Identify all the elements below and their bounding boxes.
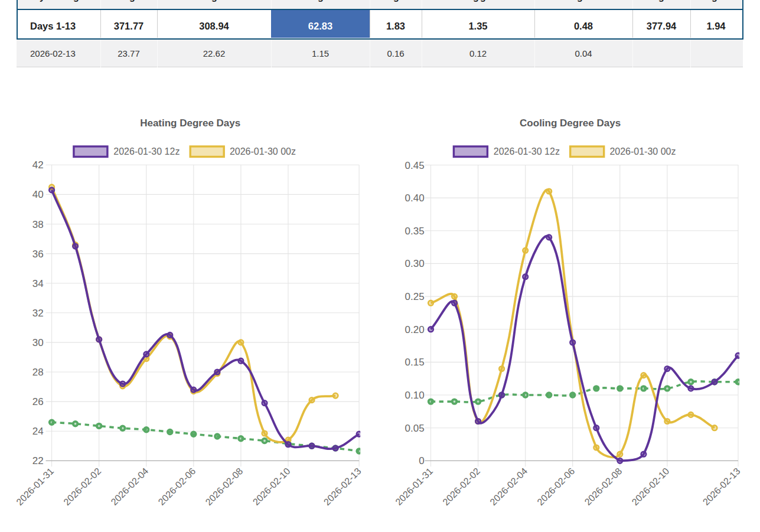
svg-text:28: 28 <box>32 367 44 378</box>
svg-text:2026-02-02: 2026-02-02 <box>441 466 482 507</box>
svg-text:0.15: 0.15 <box>405 357 425 368</box>
svg-text:2026-02-06: 2026-02-06 <box>535 466 576 507</box>
svg-text:26: 26 <box>32 396 44 407</box>
svg-text:2026-01-31: 2026-01-31 <box>14 466 56 507</box>
svg-text:2026-02-08: 2026-02-08 <box>583 466 624 507</box>
svg-text:0.40: 0.40 <box>405 192 425 204</box>
svg-text:2026-02-04: 2026-02-04 <box>109 466 151 507</box>
svg-text:42: 42 <box>32 159 44 171</box>
svg-text:0.45: 0.45 <box>405 160 425 171</box>
svg-text:2026-02-10: 2026-02-10 <box>630 466 671 507</box>
svg-text:38: 38 <box>32 219 44 230</box>
svg-text:0.05: 0.05 <box>405 423 425 434</box>
svg-text:2026-02-10: 2026-02-10 <box>251 466 292 507</box>
svg-text:2026-01-30 00z: 2026-01-30 00z <box>230 146 296 156</box>
svg-text:34: 34 <box>32 278 44 289</box>
svg-text:22: 22 <box>32 455 44 466</box>
svg-text:0: 0 <box>419 455 424 466</box>
svg-text:0.25: 0.25 <box>405 291 425 302</box>
svg-text:2026-01-30 12z: 2026-01-30 12z <box>494 146 560 156</box>
svg-text:2026-02-06: 2026-02-06 <box>156 466 198 507</box>
svg-text:2026-02-02: 2026-02-02 <box>61 466 103 507</box>
svg-text:Heating Degree Days: Heating Degree Days <box>140 118 240 129</box>
svg-text:Cooling Degree Days: Cooling Degree Days <box>520 118 621 129</box>
svg-text:2026-01-30 12z: 2026-01-30 12z <box>113 146 180 156</box>
svg-text:0.20: 0.20 <box>405 324 425 335</box>
svg-text:0.35: 0.35 <box>405 226 425 237</box>
svg-text:2026-02-08: 2026-02-08 <box>204 466 245 507</box>
svg-text:40: 40 <box>32 189 44 200</box>
svg-text:2026-01-31: 2026-01-31 <box>393 466 435 507</box>
svg-text:2026-02-04: 2026-02-04 <box>488 466 529 507</box>
svg-text:2026-02-13: 2026-02-13 <box>322 466 363 507</box>
svg-text:0.30: 0.30 <box>405 258 425 269</box>
svg-text:0.10: 0.10 <box>405 390 425 401</box>
svg-text:24: 24 <box>32 426 44 437</box>
svg-text:30: 30 <box>32 337 44 348</box>
svg-text:2026-01-30 00z: 2026-01-30 00z <box>609 146 676 156</box>
svg-text:2026-02-13: 2026-02-13 <box>701 466 742 507</box>
svg-text:36: 36 <box>32 249 44 260</box>
svg-text:32: 32 <box>32 308 44 319</box>
